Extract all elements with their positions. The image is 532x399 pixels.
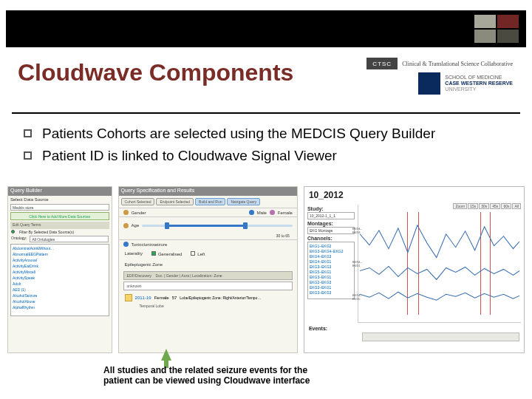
- bullet-marker-icon: [24, 151, 32, 160]
- term-item[interactable]: AlcoholSeizure: [13, 293, 107, 299]
- zoom-button[interactable]: All: [512, 203, 521, 209]
- channel-item[interactable]: EKG4–EKG1: [310, 259, 352, 265]
- laterality-label: Laterality: [125, 251, 143, 256]
- channel-item[interactable]: EKG2–EKG1: [310, 285, 352, 290]
- ontology-row: Ontology: All Ontologies: [8, 235, 112, 243]
- zoom-button[interactable]: 60s: [501, 203, 511, 209]
- screenshot-panels: Query Builder Select Data Source Medcis …: [7, 186, 525, 353]
- zoom-label: Zoom: [453, 203, 467, 209]
- channel-item[interactable]: EKG2–EKG3: [310, 280, 352, 285]
- channel-item[interactable]: EKG3–EKG3: [310, 290, 352, 296]
- age-slider[interactable]: [142, 219, 293, 232]
- male-icon: [249, 210, 254, 215]
- channel-item[interactable]: EKG5–EKG1: [310, 270, 352, 275]
- ontology-label: Ontology:: [11, 236, 27, 242]
- signal-title: 10_2012: [304, 187, 524, 203]
- cwru-line2: CASE WESTERN RESERVE: [445, 81, 513, 86]
- ctsc-logo-text: Clinical & Translational Science Collabo…: [402, 61, 513, 67]
- cwru-logo-mark: [418, 72, 440, 95]
- left-label: Left: [197, 252, 205, 256]
- person-icon: [123, 210, 129, 215]
- bullet-list: Patients Cohorts are selected using the …: [24, 126, 508, 170]
- edf-col: Aura: [181, 273, 189, 278]
- tonic-row: Tonicclonicseizure: [119, 239, 297, 248]
- ontology-combo[interactable]: All Ontologies: [30, 236, 108, 242]
- bullet-item: Patients Cohorts are selected using the …: [24, 126, 508, 142]
- female-icon: [270, 210, 275, 215]
- result-row[interactable]: 2011-19 Female 57 Lobe/Epileptogenic Zon…: [119, 292, 297, 304]
- green-arrow-icon: [161, 349, 171, 361]
- montages-label: Montages:: [307, 221, 355, 226]
- temporal-lobe-label: Temporal Lobe: [119, 304, 297, 311]
- checkbox-on-icon[interactable]: [151, 251, 156, 256]
- filter-label: Filter By Selected Data Source(s): [19, 230, 74, 234]
- data-source-combo[interactable]: Medcis store: [10, 204, 109, 211]
- study-combo[interactable]: 10_2012-1_1_1: [307, 212, 355, 219]
- signal-viewer-panel: 10_2012 Study: 10_2012-1_1_1 Montages: E…: [304, 186, 525, 353]
- female-label: Female: [278, 211, 293, 215]
- cwru-line1: SCHOOL OF MEDICINE: [445, 75, 513, 81]
- gender-row: Gender Male Female: [119, 208, 297, 216]
- tab-cohort[interactable]: Cohort Selected: [121, 198, 155, 205]
- query-spec-header: Query Specification and Results: [119, 187, 297, 196]
- term-item[interactable]: ActivitySpeak: [13, 276, 107, 282]
- checkbox-icon[interactable]: [191, 251, 195, 256]
- query-builder-header: Query Builder: [8, 187, 112, 196]
- term-item[interactable]: ActivityMiscell: [13, 270, 107, 276]
- query-spec-panel: Query Specification and Results Cohort S…: [118, 186, 298, 353]
- tab-navigate[interactable]: Navigate Query: [227, 198, 260, 205]
- term-item[interactable]: AED (1): [13, 287, 107, 293]
- select-ds-label: Select Data Source: [8, 196, 112, 203]
- slide: Cloudwave Components CTSC Clinical & Tra…: [0, 0, 532, 399]
- caption-text: All studies and the related seizure even…: [103, 365, 325, 386]
- patient-id: 2011-19: [135, 296, 151, 300]
- cwru-line3: UNIVERSITY: [445, 86, 513, 92]
- tab-endpoint[interactable]: Endpoint Selected: [156, 198, 194, 205]
- channel-item[interactable]: EKG3–EKG4–EKG2: [310, 249, 352, 254]
- radio-on-icon[interactable]: [11, 230, 15, 233]
- slide-title: Cloudwave Components: [18, 59, 293, 86]
- folder-open-icon[interactable]: [125, 294, 132, 301]
- bullet-text: Patients Cohorts are selected using the …: [42, 126, 435, 142]
- edf-title: EDF/Discovery: [127, 273, 151, 278]
- channel-list[interactable]: EKG1–EKG2 EKG3–EKG4–EKG2 EKG4–EKG3 EKG4–…: [307, 242, 355, 299]
- cwru-logo-text: SCHOOL OF MEDICINE CASE WESTERN RESERVE …: [445, 75, 513, 92]
- channel-item[interactable]: EKG3–EKG1: [310, 275, 352, 280]
- zoom-button[interactable]: 30s: [479, 203, 489, 209]
- channel-item[interactable]: EKG1–EKG2: [310, 244, 352, 249]
- channel-item[interactable]: EKG4–EKG3: [310, 254, 352, 259]
- tab-build-run[interactable]: Build and Run: [195, 198, 225, 205]
- ctsc-logo-mark: CTSC: [366, 58, 398, 69]
- edf-col: Doc.: [156, 273, 163, 278]
- edf-header: EDF/Discovery Doc. | Gender | Aura | Loc…: [123, 271, 293, 280]
- events-label: Events:: [304, 324, 524, 332]
- bullet-text: Patient ID is linked to Cloudwave Signal…: [42, 148, 337, 164]
- channel-item[interactable]: EKG3–EKG3: [310, 265, 352, 270]
- gen-label: Generalised: [158, 252, 182, 256]
- term-item[interactable]: AbdominalAuraWithout…: [13, 246, 107, 252]
- age-row: Age: [119, 216, 297, 233]
- events-track[interactable]: [362, 332, 519, 341]
- montages-combo[interactable]: EKG Montage: [307, 227, 355, 234]
- term-item[interactable]: AlcoholAbuse: [13, 299, 107, 305]
- term-list[interactable]: AbdominalAuraWithout… AbnormalEEGPattern…: [10, 244, 109, 316]
- ezone-label: Epileptogenic Zone: [119, 259, 297, 270]
- tonic-label: Tonicclonicseizure: [132, 242, 168, 247]
- bullet-item: Patient ID is linked to Cloudwave Signal…: [24, 148, 508, 164]
- term-item[interactable]: ActivityArousal: [13, 258, 107, 264]
- laterality-row: Laterality Generalised Left: [119, 248, 297, 259]
- zoom-button[interactable]: 15s: [468, 203, 478, 209]
- term-item[interactable]: ActivityEatDrink: [13, 264, 107, 270]
- seizure-icon: [123, 242, 129, 247]
- patient-lobe: Lobe/Epileptogenic Zone: Right/Anterior/…: [180, 296, 291, 300]
- query-builder-panel: Query Builder Select Data Source Medcis …: [7, 186, 112, 353]
- term-item[interactable]: Adult: [13, 282, 107, 287]
- y-tick: EKG4–EKG1: [352, 260, 355, 267]
- signal-traces: [360, 212, 519, 315]
- term-item[interactable]: AbnormalEEGPattern: [13, 252, 107, 258]
- add-data-source-button[interactable]: Click Here to Add More Data Sources: [10, 212, 109, 220]
- term-item[interactable]: AlphaRhythm: [13, 305, 107, 311]
- zoom-controls: Zoom 15s 30s 45s 60s All: [453, 203, 521, 209]
- signal-plot[interactable]: Zoom 15s 30s 45s 60s All: [358, 205, 521, 323]
- zoom-button[interactable]: 45s: [490, 203, 500, 209]
